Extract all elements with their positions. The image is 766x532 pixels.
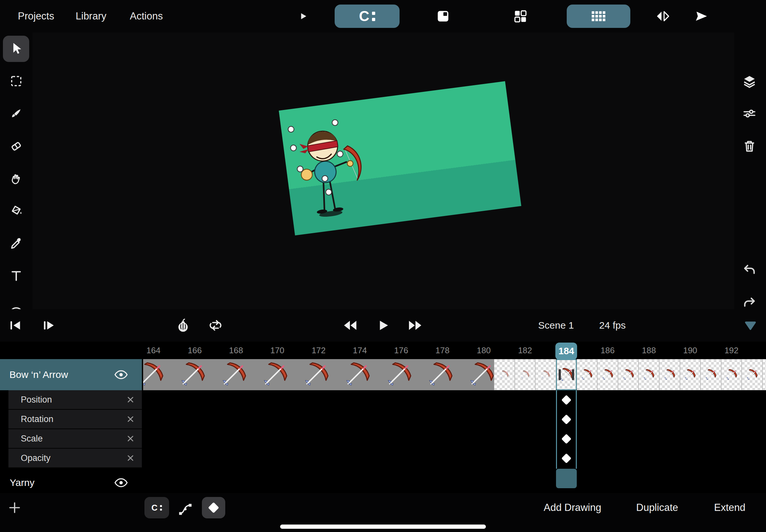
- remove-property-icon[interactable]: [126, 415, 135, 423]
- frame-cell[interactable]: [659, 359, 680, 390]
- ruler-frame-label: 166: [184, 345, 205, 356]
- menu-actions[interactable]: Actions: [130, 0, 163, 32]
- keyframe-diamond[interactable]: [561, 395, 571, 405]
- property-row-position[interactable]: Position: [8, 390, 142, 409]
- frame-cell[interactable]: [535, 359, 556, 390]
- frame-drawing: [181, 362, 205, 386]
- frame-cell[interactable]: [680, 359, 701, 390]
- storyboard-view-icon[interactable]: [513, 9, 528, 23]
- extend-button[interactable]: Extend: [714, 493, 746, 522]
- frame-cell[interactable]: [494, 359, 515, 390]
- frame-cell[interactable]: [700, 359, 721, 390]
- frame-drawing: [429, 362, 453, 386]
- frame-cell[interactable]: [618, 359, 639, 390]
- frame-cell[interactable]: [597, 359, 618, 390]
- ruler-frame-label: 178: [432, 345, 453, 356]
- frame-cell[interactable]: [638, 359, 659, 390]
- home-indicator: [280, 525, 486, 529]
- frame-drawing: [541, 370, 550, 379]
- text-tool-icon[interactable]: [9, 269, 23, 283]
- track-name: Bow ‘n’ Arrow: [9, 369, 68, 380]
- frame-drawing: [222, 362, 246, 386]
- layers-icon[interactable]: [742, 74, 757, 89]
- eraser-tool-icon[interactable]: [9, 139, 23, 153]
- adjust-sliders-icon[interactable]: [742, 106, 757, 121]
- fps-label[interactable]: 24 fps: [599, 309, 626, 342]
- frame-drawing: [560, 368, 573, 381]
- keyframe-diamond[interactable]: [561, 453, 571, 463]
- eyedropper-tool-icon[interactable]: [9, 237, 23, 250]
- property-row-rotation[interactable]: Rotation: [8, 410, 142, 429]
- fill-bucket-tool-icon[interactable]: [9, 204, 23, 218]
- frame-drawing: [346, 362, 370, 386]
- frame-cell[interactable]: [515, 359, 536, 390]
- keyframe-diamond[interactable]: [561, 414, 571, 424]
- track-header-bow-n-arrow[interactable]: Bow ‘n’ Arrow: [0, 359, 142, 390]
- play-icon[interactable]: [375, 318, 391, 333]
- undo-icon[interactable]: [742, 262, 757, 277]
- visibility-eye-icon[interactable]: [114, 370, 128, 380]
- property-row-opacity[interactable]: Opacity: [8, 449, 142, 467]
- property-row-scale[interactable]: Scale: [8, 429, 142, 448]
- export-play-icon[interactable]: [693, 8, 709, 24]
- add-layer-plus-icon[interactable]: [7, 501, 22, 515]
- remove-property-icon[interactable]: [126, 395, 135, 404]
- timeline-view-button[interactable]: [567, 5, 630, 28]
- menu-library[interactable]: Library: [76, 0, 106, 32]
- frame-drawing: [664, 369, 675, 380]
- remove-property-icon[interactable]: [126, 434, 135, 443]
- track-header-yarny[interactable]: Yarny: [0, 472, 142, 493]
- property-label: Opacity: [21, 453, 51, 463]
- redo-icon[interactable]: [742, 295, 757, 310]
- add-drawing-button[interactable]: Add Drawing: [544, 493, 601, 522]
- rewind-icon[interactable]: [342, 318, 358, 333]
- stage-view-icon[interactable]: [436, 9, 451, 24]
- preview-play-icon[interactable]: [298, 11, 308, 21]
- step-forward-icon[interactable]: [42, 318, 56, 333]
- flip-horizontal-icon[interactable]: [655, 8, 671, 24]
- marquee-select-tool-icon[interactable]: [9, 74, 23, 88]
- current-frame-badge[interactable]: 184: [555, 343, 577, 360]
- keyframe-mode-button[interactable]: [202, 497, 225, 518]
- callipeg-logo-icon: C: [152, 503, 162, 512]
- menu-projects[interactable]: Projects: [18, 0, 54, 32]
- frame-cell[interactable]: [577, 359, 598, 390]
- loop-icon[interactable]: [208, 318, 223, 333]
- brush-tool-icon[interactable]: [9, 107, 23, 120]
- property-label: Scale: [21, 434, 43, 444]
- lasso-tool-icon[interactable]: [9, 305, 23, 309]
- frame-cell[interactable]: [742, 359, 762, 390]
- collapse-timeline-icon[interactable]: [743, 319, 758, 332]
- trash-icon[interactable]: [742, 139, 757, 153]
- frame-cell[interactable]: [762, 359, 766, 390]
- visibility-eye-icon[interactable]: [114, 478, 128, 488]
- playhead-foot[interactable]: [556, 469, 577, 488]
- ruler-frame-label: 172: [308, 345, 329, 356]
- frame-drawing: [726, 369, 737, 380]
- gray-frames-block[interactable]: [143, 359, 494, 390]
- ruler-frame-label: 164: [143, 345, 164, 356]
- remove-property-icon[interactable]: [126, 454, 135, 462]
- duplicate-button[interactable]: Duplicate: [636, 493, 678, 522]
- smudge-glove-tool-icon[interactable]: [9, 172, 23, 186]
- camera-view-button[interactable]: C: [334, 5, 400, 28]
- animation-stage[interactable]: [279, 81, 521, 235]
- frame-drawing: [602, 369, 613, 380]
- onion-skin-icon[interactable]: [176, 318, 190, 333]
- canvas-area[interactable]: [32, 32, 734, 309]
- current-frame-cell[interactable]: [556, 359, 577, 390]
- frame-cell[interactable]: [721, 359, 742, 390]
- playhead-line: [576, 390, 577, 469]
- previous-frame-icon[interactable]: [8, 318, 22, 333]
- camera-track-button[interactable]: C: [144, 497, 169, 518]
- timeline-ruler[interactable]: 1641661681701721741761781801821841861881…: [0, 342, 766, 359]
- keyframe-diamond[interactable]: [561, 434, 571, 444]
- exposure-handle-left[interactable]: [559, 369, 561, 380]
- scene-label[interactable]: Scene 1: [538, 309, 574, 342]
- pointer-tool-icon[interactable]: [9, 42, 23, 55]
- frame-drawing: [623, 369, 634, 380]
- fast-forward-icon[interactable]: [407, 318, 423, 333]
- motion-path-icon[interactable]: [178, 502, 193, 516]
- exposure-handle-right[interactable]: [572, 369, 574, 380]
- frame-drawing: [705, 369, 716, 380]
